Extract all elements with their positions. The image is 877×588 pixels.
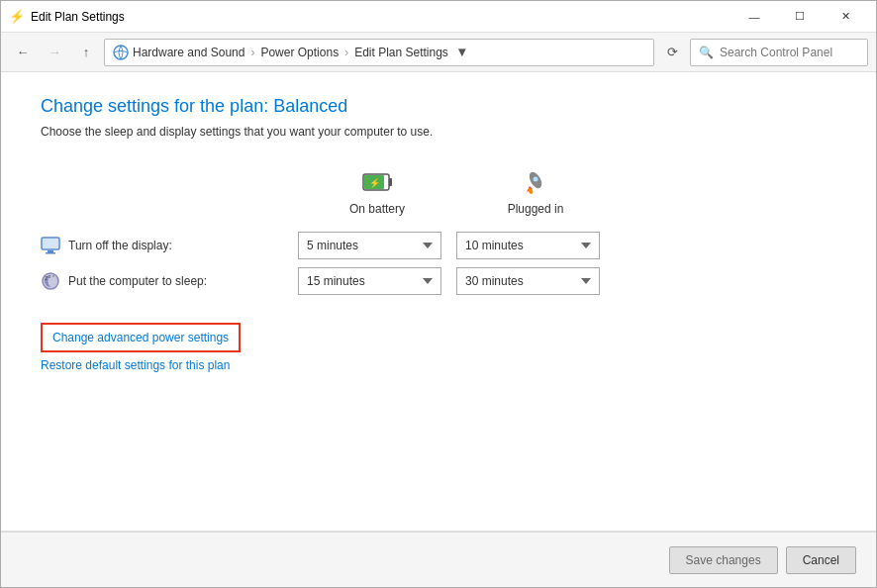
search-input[interactable] bbox=[720, 46, 859, 59]
breadcrumb-power: Power Options bbox=[260, 46, 339, 59]
svg-point-0 bbox=[114, 46, 128, 59]
window-title: Edit Plan Settings bbox=[31, 10, 731, 24]
up-button[interactable]: ↑ bbox=[72, 39, 100, 66]
display-battery-cell: 1 minute 2 minutes 3 minutes 5 minutes 1… bbox=[298, 228, 456, 263]
svg-rect-10 bbox=[46, 252, 55, 254]
breadcrumb-current: Edit Plan Settings bbox=[354, 46, 448, 59]
forward-button[interactable]: → bbox=[41, 39, 68, 66]
svg-rect-2 bbox=[389, 178, 392, 186]
svg-text:⚡: ⚡ bbox=[369, 177, 381, 189]
plugged-in-header: Plugged in bbox=[456, 166, 615, 228]
link-section: Change advanced power settings Restore d… bbox=[41, 323, 836, 372]
svg-rect-11 bbox=[43, 239, 58, 248]
svg-point-6 bbox=[534, 177, 538, 182]
battery-icon: ⚡ bbox=[361, 166, 393, 198]
address-dropdown-button[interactable]: ▼ bbox=[452, 39, 472, 66]
window-controls: — ☐ ✕ bbox=[731, 1, 868, 33]
cancel-button[interactable]: Cancel bbox=[786, 546, 856, 574]
settings-grid: ⚡ On battery Plugged in bbox=[41, 166, 836, 299]
sleep-setting-text: Put the computer to sleep: bbox=[68, 274, 207, 288]
footer: Save changes Cancel bbox=[1, 532, 876, 587]
sleep-icon: z z z bbox=[41, 271, 60, 291]
save-button[interactable]: Save changes bbox=[669, 546, 778, 574]
breadcrumb-hardware: Hardware and Sound bbox=[133, 46, 244, 59]
breadcrumb-sep-2: › bbox=[344, 46, 348, 59]
sleep-setting-label: z z z Put the computer to sleep: bbox=[41, 263, 298, 299]
minimize-button[interactable]: — bbox=[731, 1, 777, 33]
advanced-power-link[interactable]: Change advanced power settings bbox=[41, 323, 241, 352]
window-icon: ⚡ bbox=[9, 9, 25, 25]
back-button[interactable]: ← bbox=[9, 39, 37, 66]
sleep-plugged-select[interactable]: 1 minute 2 minutes 3 minutes 5 minutes 1… bbox=[456, 267, 600, 295]
sleep-plugged-cell: 1 minute 2 minutes 3 minutes 5 minutes 1… bbox=[456, 263, 615, 299]
plugged-icon bbox=[520, 166, 551, 198]
display-battery-select[interactable]: 1 minute 2 minutes 3 minutes 5 minutes 1… bbox=[298, 232, 441, 259]
on-battery-label: On battery bbox=[349, 202, 405, 216]
display-setting-label: Turn off the display: bbox=[41, 228, 298, 263]
sleep-battery-select[interactable]: 1 minute 2 minutes 3 minutes 5 minutes 1… bbox=[298, 267, 441, 295]
restore-defaults-link[interactable]: Restore default settings for this plan bbox=[41, 358, 836, 372]
close-button[interactable]: ✕ bbox=[823, 1, 868, 33]
refresh-button[interactable]: ⟳ bbox=[658, 39, 686, 66]
page-title: Change settings for the plan: Balanced bbox=[41, 96, 836, 117]
breadcrumb-sep-1: › bbox=[250, 46, 254, 59]
address-bar: Hardware and Sound › Power Options › Edi… bbox=[104, 39, 654, 66]
svg-text:z: z bbox=[52, 273, 54, 278]
maximize-button[interactable]: ☐ bbox=[777, 1, 823, 33]
nav-bar: ← → ↑ Hardware and Sound › Power Options… bbox=[1, 33, 876, 72]
display-setting-text: Turn off the display: bbox=[68, 239, 172, 252]
search-icon: 🔍 bbox=[699, 46, 714, 59]
svg-rect-9 bbox=[48, 250, 53, 252]
globe-icon bbox=[113, 45, 129, 60]
content-area: Change settings for the plan: Balanced C… bbox=[1, 72, 876, 531]
sleep-battery-cell: 1 minute 2 minutes 3 minutes 5 minutes 1… bbox=[298, 263, 456, 299]
display-plugged-cell: 1 minute 2 minutes 3 minutes 5 minutes 1… bbox=[456, 228, 615, 263]
on-battery-header: ⚡ On battery bbox=[298, 166, 456, 228]
title-bar: ⚡ Edit Plan Settings — ☐ ✕ bbox=[1, 1, 876, 33]
page-subtitle: Choose the sleep and display settings th… bbox=[41, 125, 836, 139]
monitor-icon bbox=[41, 236, 60, 255]
main-content: Change settings for the plan: Balanced C… bbox=[1, 72, 876, 587]
display-plugged-select[interactable]: 1 minute 2 minutes 3 minutes 5 minutes 1… bbox=[456, 232, 600, 259]
main-window: ⚡ Edit Plan Settings — ☐ ✕ ← → ↑ Hardwar… bbox=[0, 0, 877, 588]
search-box: 🔍 bbox=[690, 39, 868, 66]
plugged-in-label: Plugged in bbox=[508, 202, 564, 216]
